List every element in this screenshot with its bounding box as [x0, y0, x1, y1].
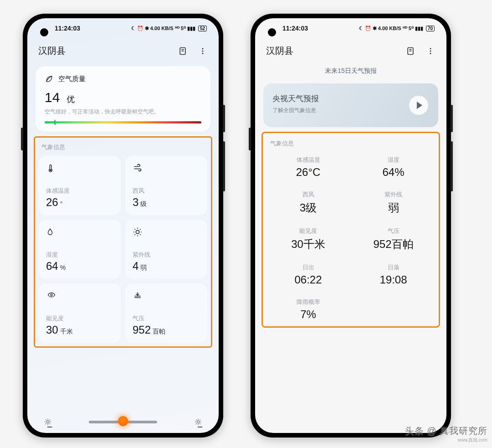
aq-value: 14	[45, 90, 60, 105]
tile-label: 紫外线	[133, 251, 200, 259]
cell-value: 64%	[355, 166, 431, 179]
meteo-cell: 湿度64%	[355, 156, 431, 179]
wind-icon	[133, 163, 200, 173]
meteo-title: 气象信息	[41, 143, 205, 151]
sunset-icon[interactable]: ☼̲	[194, 417, 202, 427]
meteo-cell: 气压952百帕	[355, 227, 431, 252]
bottom-bar: ☼̲ ☼̲	[27, 417, 219, 427]
status-bar: 11:24:03 ☾ ⏰ ✱ 4.00 KB/S ᴴᴰ 5ᴳ ▮▮▮ 52	[27, 18, 219, 38]
meteo-tile-thermo[interactable]: 体感温度26°	[39, 156, 121, 215]
cctv-forecast-card[interactable]: 央视天气预报 了解全国气象信息	[263, 83, 438, 127]
tile-value: 952百帕	[133, 324, 200, 336]
home-indicator-glow	[118, 416, 128, 426]
eye-icon	[46, 291, 113, 301]
cell-value: 弱	[355, 201, 431, 215]
more-icon[interactable]	[198, 46, 208, 56]
svg-point-6	[51, 294, 52, 296]
location-title[interactable]: 汉阴县	[38, 45, 66, 57]
location-title[interactable]: 汉阴县	[266, 45, 293, 57]
cell-value: 30千米	[270, 237, 346, 252]
tile-value: 64%	[46, 260, 113, 273]
svg-point-4	[50, 170, 51, 171]
meteo-cell: 西风3级	[270, 191, 346, 215]
cell-value: 7%	[270, 308, 346, 321]
cell-label: 降雨概率	[270, 298, 346, 306]
watermark: 头条 @ 真我研究所 www.真我.com	[405, 425, 487, 443]
svg-point-9	[430, 50, 431, 51]
tile-label: 体感温度	[46, 187, 113, 195]
cell-label: 紫外线	[355, 191, 431, 199]
svg-point-8	[430, 48, 431, 49]
cell-label: 日落	[355, 263, 431, 272]
cell-label: 体感温度	[270, 156, 346, 164]
sun-icon	[133, 227, 200, 237]
cell-value: 3级	[270, 201, 346, 215]
play-icon[interactable]	[409, 96, 428, 115]
cell-label: 气压	[355, 227, 431, 235]
notes-icon[interactable]	[178, 46, 188, 56]
tile-label: 西风	[133, 187, 200, 195]
press-icon	[133, 291, 200, 301]
meteo-cell: 降雨概率7%	[270, 298, 346, 321]
svg-point-1	[202, 48, 204, 49]
tile-value: 30千米	[46, 324, 113, 336]
tile-value: 26°	[46, 196, 113, 209]
cell-label: 日出	[270, 263, 346, 272]
app-bar: 汉阴县	[27, 38, 219, 62]
status-time: 11:24:03	[55, 25, 80, 32]
more-icon[interactable]	[425, 46, 436, 56]
tile-label: 湿度	[46, 251, 113, 259]
svg-point-10	[430, 52, 431, 54]
meteo-cell: 体感温度26°C	[270, 156, 346, 179]
meteo-cell: 日出06:22	[270, 263, 346, 286]
meteo-cell: 能见度30千米	[270, 227, 346, 252]
meteo-section-right: 气象信息 体感温度26°C湿度64%西风3级紫外线弱能见度30千米气压952百帕…	[261, 132, 440, 328]
tile-value: 4弱	[133, 260, 200, 273]
meteo-section-left: 气象信息 体感温度26°西风3级湿度64%紫外线4弱能见度30千米气压952百帕	[34, 136, 212, 348]
aq-spectrum-bar	[45, 121, 201, 124]
status-icons: ☾ ⏰ ✱ 4.00 KB/S ᴴᴰ 5ᴳ ▮▮▮	[359, 26, 423, 31]
cctv-subtitle: 了解全国气象信息	[272, 107, 429, 114]
aq-title: 空气质量	[58, 75, 86, 83]
app-bar: 汉阴县	[255, 38, 446, 62]
tile-label: 能见度	[46, 314, 113, 323]
tile-value: 3级	[133, 196, 200, 209]
meteo-cell: 紫外线弱	[355, 191, 431, 215]
battery-indicator: 70	[426, 26, 435, 31]
aq-grade: 优	[67, 95, 75, 104]
leaf-icon	[45, 74, 54, 83]
svg-point-5	[136, 230, 139, 233]
phone-right: 11:24:03 ☾ ⏰ ✱ 4.00 KB/S ᴴᴰ 5ᴳ ▮▮▮ 70 汉阴…	[251, 14, 451, 438]
meteo-tile-wind[interactable]: 西风3级	[125, 156, 207, 215]
drop-icon	[46, 227, 113, 237]
cell-value: 06:22	[270, 273, 346, 286]
tile-label: 气压	[133, 314, 200, 323]
svg-point-3	[202, 52, 204, 54]
cell-value: 952百帕	[355, 237, 431, 252]
cell-label: 能见度	[270, 227, 346, 235]
meteo-tile-eye[interactable]: 能见度30千米	[39, 283, 121, 343]
forecast-15day-link[interactable]: 未来15日天气预报	[255, 62, 446, 81]
phone-left: 11:24:03 ☾ ⏰ ✱ 4.00 KB/S ᴴᴰ 5ᴳ ▮▮▮ 52 汉阴…	[23, 14, 223, 438]
status-icons: ☾ ⏰ ✱ 4.00 KB/S ᴴᴰ 5ᴳ ▮▮▮	[131, 26, 195, 31]
aq-description: 空气很好，可正常活动，快去呼吸新鲜空气吧。	[45, 108, 201, 116]
camera-punch-hole	[40, 28, 48, 36]
status-time: 11:24:03	[282, 25, 308, 32]
status-bar: 11:24:03 ☾ ⏰ ✱ 4.00 KB/S ᴴᴰ 5ᴳ ▮▮▮ 70	[255, 18, 446, 38]
meteo-tile-press[interactable]: 气压952百帕	[125, 283, 207, 343]
cell-value: 19:08	[355, 273, 431, 286]
meteo-cell: 日落19:08	[355, 263, 431, 286]
meteo-tile-drop[interactable]: 湿度64%	[39, 220, 121, 279]
air-quality-card[interactable]: 空气质量 14 优 空气很好，可正常活动，快去呼吸新鲜空气吧。	[36, 66, 210, 132]
camera-punch-hole	[268, 28, 276, 36]
cell-label: 西风	[270, 191, 346, 199]
sunrise-icon[interactable]: ☼̲	[44, 417, 52, 427]
meteo-tile-sun[interactable]: 紫外线4弱	[125, 220, 207, 279]
svg-point-2	[202, 50, 204, 51]
cell-value: 26°C	[270, 166, 346, 179]
cctv-title: 央视天气预报	[272, 93, 429, 104]
notes-icon[interactable]	[405, 46, 415, 56]
thermo-icon	[46, 163, 113, 173]
meteo-title: 气象信息	[270, 139, 431, 148]
cell-label: 湿度	[355, 156, 431, 164]
